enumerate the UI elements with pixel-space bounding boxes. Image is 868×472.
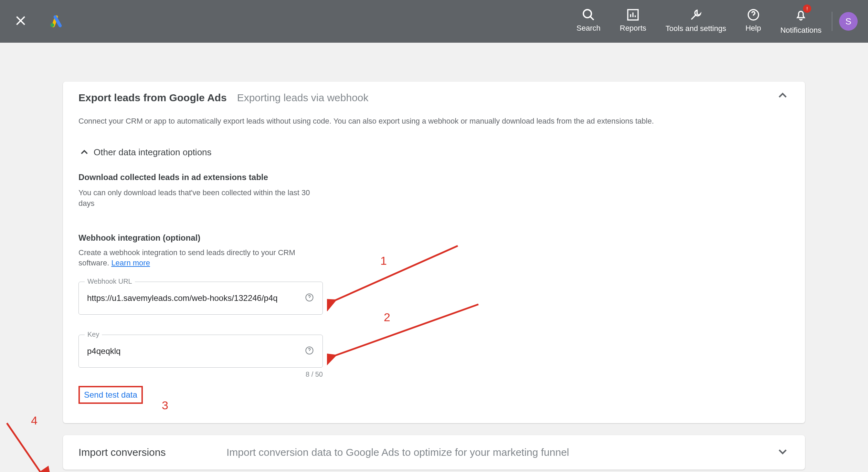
svg-point-0 <box>50 23 54 27</box>
card-description: Connect your CRM or app to automatically… <box>78 117 790 126</box>
webhook-url-field: Webhook URL <box>78 282 323 315</box>
other-options-label: Other data integration options <box>94 147 212 158</box>
nav-notifications[interactable]: ! Notifications <box>780 8 822 35</box>
nav-reports-label: Reports <box>620 24 646 33</box>
help-icon[interactable] <box>305 293 314 304</box>
import-desc: Import conversion data to Google Ads to … <box>226 447 776 458</box>
divider <box>832 12 832 31</box>
import-title: Import conversions <box>78 447 226 458</box>
webhook-url-input[interactable] <box>87 293 301 303</box>
svg-line-8 <box>7 423 52 472</box>
card-title: Export leads from Google Ads <box>78 92 227 104</box>
key-label: Key <box>85 331 102 338</box>
other-options-toggle[interactable]: Other data integration options <box>78 146 790 158</box>
nav-notifications-label: Notifications <box>780 26 822 35</box>
card-subtitle: Exporting leads via webhook <box>237 92 369 104</box>
webhook-url-label: Webhook URL <box>85 277 135 285</box>
export-leads-card: Export leads from Google Ads Exporting l… <box>63 82 805 423</box>
key-input[interactable] <box>87 346 301 356</box>
webhook-title: Webhook integration (optional) <box>78 233 790 243</box>
learn-more-link[interactable]: Learn more <box>111 259 150 267</box>
key-char-counter: 8 / 50 <box>78 370 323 378</box>
expand-icon <box>776 445 790 460</box>
annotation-4: 4 <box>31 414 38 427</box>
svg-point-1 <box>583 10 591 18</box>
annotation-arrow-4 <box>3 420 72 472</box>
collapse-icon[interactable] <box>776 88 790 104</box>
google-ads-logo-icon <box>48 13 63 30</box>
nav-search-label: Search <box>576 24 601 33</box>
help-icon[interactable] <box>305 346 314 357</box>
send-test-data-link[interactable]: Send test data <box>78 386 143 404</box>
top-bar: Search Reports Tools and settings Help !… <box>0 0 868 43</box>
nav-tools-label: Tools and settings <box>666 24 726 33</box>
download-title: Download collected leads in ad extension… <box>78 172 790 182</box>
nav-reports[interactable]: Reports <box>620 8 646 33</box>
key-field: Key <box>78 335 323 368</box>
avatar[interactable]: S <box>839 12 858 31</box>
notification-badge: ! <box>803 4 811 13</box>
close-icon[interactable] <box>14 14 28 29</box>
nav-tools[interactable]: Tools and settings <box>666 8 726 33</box>
import-conversions-card[interactable]: Import conversions Import conversion dat… <box>63 435 805 470</box>
nav-help-label: Help <box>745 24 761 33</box>
webhook-desc: Create a webhook integration to send lea… <box>78 248 323 269</box>
nav-help[interactable]: Help <box>745 8 761 33</box>
download-desc: You can only download leads that've been… <box>78 188 313 209</box>
nav-search[interactable]: Search <box>576 8 601 33</box>
